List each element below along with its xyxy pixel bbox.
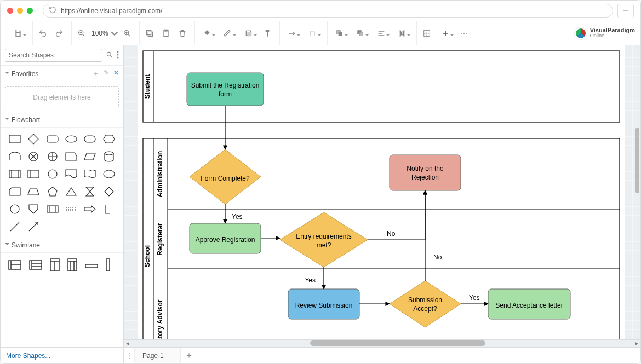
maximize-window-button[interactable]: [27, 8, 33, 14]
add-page-button[interactable]: ＋: [181, 348, 197, 363]
to-back-button[interactable]: [351, 26, 370, 41]
shape-circle-x[interactable]: [27, 151, 40, 163]
shape-diamond2[interactable]: [102, 186, 116, 198]
waypoint-style-button[interactable]: [303, 26, 323, 41]
more-button[interactable]: [456, 26, 472, 41]
node-submit[interactable]: Submit the Registration form: [187, 73, 264, 106]
zoom-out-button[interactable]: [74, 26, 89, 41]
address-bar[interactable]: https://online.visual-paradigm.com/: [43, 4, 613, 18]
shape-ellipse[interactable]: [102, 168, 116, 180]
svg-marker-26: [28, 134, 38, 144]
shape-card[interactable]: [8, 186, 21, 198]
edge-entry-no[interactable]: [368, 190, 425, 240]
shape-circle[interactable]: [46, 168, 59, 180]
save-button[interactable]: [8, 26, 28, 41]
node-notify-rejection[interactable]: Notify on the Rejection: [390, 155, 461, 190]
shape-hourglass[interactable]: [83, 186, 96, 198]
shape-circle2[interactable]: [8, 203, 21, 215]
favorites-panel-header[interactable]: Favorites ＋ ✎ ✕: [1, 66, 123, 82]
shape-pool-v[interactable]: [50, 258, 60, 273]
shape-lane-h[interactable]: [85, 262, 98, 270]
shape-flag[interactable]: [83, 168, 96, 180]
shape-circle-plus[interactable]: [46, 151, 59, 163]
search-icon[interactable]: [106, 51, 113, 60]
shape-triangle[interactable]: [65, 186, 78, 198]
shape-line[interactable]: [8, 221, 21, 233]
distribute-button[interactable]: [392, 26, 412, 41]
node-approve[interactable]: Approve Regisration: [190, 223, 261, 253]
horizontal-scrollbar-thumb[interactable]: [310, 340, 485, 346]
zoom-level[interactable]: 100%: [90, 30, 110, 37]
undo-button[interactable]: [35, 26, 50, 41]
line-color-button[interactable]: [218, 26, 238, 41]
tabbar-grip[interactable]: ⋮: [124, 348, 135, 363]
shadow-button[interactable]: [239, 26, 259, 41]
shape-arrow-right[interactable]: [83, 203, 96, 215]
shape-striped[interactable]: [46, 203, 59, 215]
shape-parallelogram[interactable]: [83, 151, 96, 163]
tab-page-1[interactable]: Page-1: [135, 348, 181, 363]
scroll-left-button[interactable]: ◂: [124, 339, 131, 347]
shape-stadium[interactable]: [83, 133, 96, 145]
paste-button[interactable]: [158, 26, 174, 41]
horizontal-scrollbar-track[interactable]: ◂ ▸: [124, 339, 640, 347]
drawing-page[interactable]: Student School Administration Registerar…: [138, 45, 625, 347]
shape-document[interactable]: [65, 168, 78, 180]
favorites-dropzone[interactable]: Drag elements here: [5, 86, 119, 108]
shape-cap[interactable]: [8, 151, 21, 163]
node-form-complete[interactable]: Form Complete?: [190, 149, 261, 204]
align-button[interactable]: [371, 26, 391, 41]
scroll-right-button[interactable]: ▸: [633, 339, 640, 347]
shape-trapezoid[interactable]: [27, 186, 40, 198]
svg-text:Review Submission: Review Submission: [295, 302, 353, 309]
shape-pool-h[interactable]: [8, 260, 21, 271]
search-input[interactable]: [5, 49, 102, 62]
edit-favorite-icon[interactable]: ✎: [104, 69, 109, 78]
shape-lane-v[interactable]: [106, 258, 110, 273]
shape-rectangle[interactable]: [8, 133, 21, 145]
browser-menu-button[interactable]: [617, 4, 634, 18]
close-window-button[interactable]: [7, 8, 13, 14]
connector-style-button[interactable]: [282, 26, 302, 41]
reload-icon[interactable]: [49, 6, 56, 15]
zoom-dropdown[interactable]: [111, 26, 118, 41]
redo-button[interactable]: [51, 26, 67, 41]
more-shapes-link[interactable]: More Shapes...: [1, 348, 124, 363]
shape-pool-v2[interactable]: [67, 258, 77, 273]
shape-hexagon[interactable]: [102, 133, 116, 145]
insert-button[interactable]: [436, 26, 455, 41]
shape-diamond[interactable]: [27, 133, 40, 145]
node-sub-accept[interactable]: Submission Accept?: [390, 281, 461, 327]
close-favorites-icon[interactable]: ✕: [113, 69, 119, 78]
minimize-window-button[interactable]: [17, 8, 23, 14]
add-favorite-icon[interactable]: ＋: [93, 69, 99, 78]
shape-rounded-rect[interactable]: [46, 133, 59, 145]
node-review[interactable]: Review Submission: [288, 289, 359, 319]
sidebar-menu-icon[interactable]: [117, 51, 119, 60]
shape-pool-h2[interactable]: [29, 260, 42, 271]
shape-tape[interactable]: [65, 203, 78, 215]
to-front-button[interactable]: [330, 26, 350, 41]
shape-arrow-line[interactable]: [27, 221, 40, 233]
shape-ellipse-small[interactable]: [65, 133, 78, 145]
shape-cylinder[interactable]: [102, 151, 116, 163]
shape-bracket[interactable]: [102, 203, 116, 215]
format-paint-button[interactable]: [260, 26, 275, 41]
grid-toggle-button[interactable]: [419, 26, 434, 41]
zoom-in-button[interactable]: [119, 26, 135, 41]
shape-subprocess[interactable]: [8, 168, 21, 180]
fill-color-button[interactable]: [197, 26, 217, 41]
node-send-acceptance[interactable]: Send Acceptance letter: [488, 289, 570, 319]
swimlane-panel-header[interactable]: Swimlane: [1, 238, 123, 253]
flowchart-panel-header[interactable]: Flowchart: [1, 113, 123, 128]
vertical-scrollbar[interactable]: [635, 128, 639, 193]
shape-keyed[interactable]: [27, 168, 40, 180]
canvas[interactable]: Student School Administration Registerar…: [124, 45, 640, 347]
shape-tab[interactable]: [65, 151, 78, 163]
shape-shield[interactable]: [27, 203, 40, 215]
svg-point-38: [104, 170, 115, 178]
delete-button[interactable]: [175, 26, 190, 41]
node-entry-req[interactable]: Entry requirements met?: [280, 212, 368, 267]
shape-pentagon[interactable]: [46, 186, 59, 198]
copy-button[interactable]: [142, 26, 157, 41]
